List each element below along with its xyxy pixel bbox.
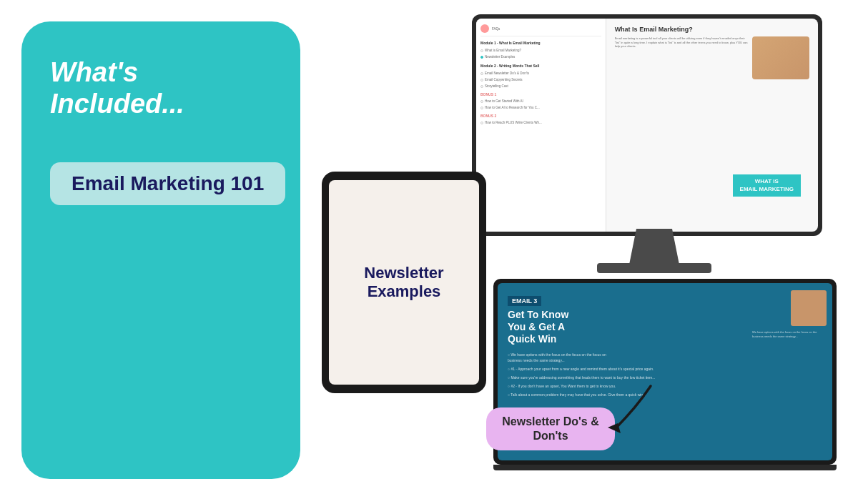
desktop-monitor: FAQs Module 1 - What Is Email Marketing …: [472, 14, 837, 286]
item-dot: [480, 72, 483, 75]
whats-included-title: What's Included...: [50, 57, 272, 119]
screen-main-content: What Is Email Marketing? Email marketing…: [606, 19, 818, 232]
monitor-base: [597, 263, 711, 273]
tablet-screen: Newsletter Examples: [329, 180, 479, 385]
laptop-right-text: We have options with the focus on the fo…: [752, 330, 827, 339]
laptop-bullet-1: ○ We have options with the focus on the …: [508, 350, 736, 365]
newsletter-examples-label: Newsletter Examples: [350, 264, 458, 302]
arrow-icon: [586, 379, 672, 436]
item-dot: [480, 79, 483, 81]
screen-image: [752, 36, 809, 79]
item-dot: [480, 49, 483, 52]
monitor-screen-content: FAQs Module 1 - What Is Email Marketing …: [476, 19, 818, 232]
module2-title: Module 2 - Writing Words That Sell: [480, 64, 601, 68]
item-dot: [480, 100, 483, 103]
bonus2-item1[interactable]: How to Reach PLUS Write Clients Wh...: [480, 119, 601, 126]
email-number-tag: EMAIL 3: [508, 296, 541, 306]
email-marketing-label: Email Marketing 101: [72, 172, 264, 194]
bonus2-label: BONUS 2: [480, 114, 601, 118]
monitor-screen-outer: FAQs Module 1 - What Is Email Marketing …: [472, 14, 822, 236]
sidebar-item-5[interactable]: Storytelling Cast: [480, 83, 601, 89]
module1-title: Module 1 - What Is Email Marketing: [480, 41, 601, 45]
email-title: Get To KnowYou & Get AQuick Win: [508, 309, 736, 345]
sidebar-item-2[interactable]: Newsletter Examples: [480, 54, 601, 60]
laptop-content-right: We have options with the focus on the fo…: [746, 283, 832, 460]
sidebar-header: FAQs: [480, 24, 601, 36]
bonus1-item1[interactable]: How to Get Started With AI: [480, 98, 601, 104]
item-dot: [480, 85, 483, 88]
laptop-bullet-2: ○ #1 - Approach your upset from a new an…: [508, 365, 736, 373]
nav-text: FAQs: [492, 27, 500, 31]
tablet-device: Newsletter Examples: [322, 172, 486, 393]
screen-main-title: What Is Email Marketing?: [615, 26, 809, 33]
user-avatar: [480, 24, 489, 33]
left-card: What's Included... Email Marketing 101: [21, 21, 300, 479]
sidebar-item-4[interactable]: Email Copywriting Secrets: [480, 76, 601, 83]
item-dot: [480, 122, 483, 124]
email-marketing-badge: Email Marketing 101: [50, 162, 285, 205]
right-section: FAQs Module 1 - What Is Email Marketing …: [322, 14, 837, 493]
screen-sidebar: FAQs Module 1 - What Is Email Marketing …: [476, 19, 606, 232]
item-dot: [480, 107, 483, 109]
sidebar-item-3[interactable]: Email Newsletter Do's & Don'ts: [480, 70, 601, 76]
what-is-overlay: WHAT ISEMAIL MARKETING: [733, 174, 801, 197]
sidebar-item-1[interactable]: What is Email Marketing?: [480, 47, 601, 54]
bonus1-label: BONUS 1: [480, 92, 601, 97]
item-dot-active: [480, 56, 483, 59]
laptop-avatar: [791, 290, 827, 326]
bonus1-item2[interactable]: How to Get AI to Research for You C...: [480, 104, 601, 111]
tablet-outer: Newsletter Examples: [322, 172, 486, 393]
laptop-base: [493, 465, 837, 470]
